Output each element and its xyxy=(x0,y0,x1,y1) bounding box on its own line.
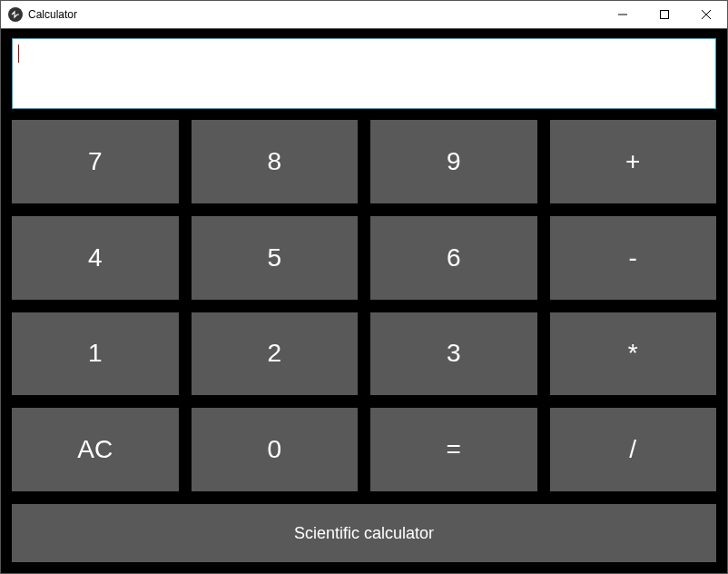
key-3[interactable]: 3 xyxy=(370,312,537,396)
maximize-button[interactable] xyxy=(644,1,685,28)
key-divide[interactable]: / xyxy=(550,408,717,491)
text-cursor xyxy=(18,45,19,63)
keypad: 7 8 9 + 4 5 6 - 1 2 3 * AC 0 = / Scienti… xyxy=(12,120,716,562)
title-bar: Calculator xyxy=(1,1,727,29)
key-equals[interactable]: = xyxy=(370,408,537,491)
minimize-button[interactable] xyxy=(602,1,644,28)
close-button[interactable] xyxy=(685,1,727,28)
calculator-body: 7 8 9 + 4 5 6 - 1 2 3 * AC 0 = / Scienti… xyxy=(1,29,727,573)
key-6[interactable]: 6 xyxy=(370,216,537,300)
window-controls xyxy=(602,1,727,28)
key-clear[interactable]: AC xyxy=(12,408,179,491)
key-9[interactable]: 9 xyxy=(370,120,537,203)
app-icon xyxy=(8,7,23,22)
key-plus[interactable]: + xyxy=(550,120,717,203)
key-8[interactable]: 8 xyxy=(192,120,359,203)
key-minus[interactable]: - xyxy=(550,216,717,300)
key-7[interactable]: 7 xyxy=(12,120,179,203)
key-2[interactable]: 2 xyxy=(192,312,359,396)
scientific-calculator-button[interactable]: Scientific calculator xyxy=(12,504,716,562)
svg-rect-1 xyxy=(661,11,669,19)
key-4[interactable]: 4 xyxy=(12,216,179,300)
key-1[interactable]: 1 xyxy=(12,312,179,396)
key-0[interactable]: 0 xyxy=(192,408,359,491)
key-multiply[interactable]: * xyxy=(550,312,717,396)
window-title: Calculator xyxy=(28,8,77,21)
key-5[interactable]: 5 xyxy=(192,216,359,300)
title-bar-left: Calculator xyxy=(8,7,77,22)
display-input[interactable] xyxy=(12,38,716,109)
